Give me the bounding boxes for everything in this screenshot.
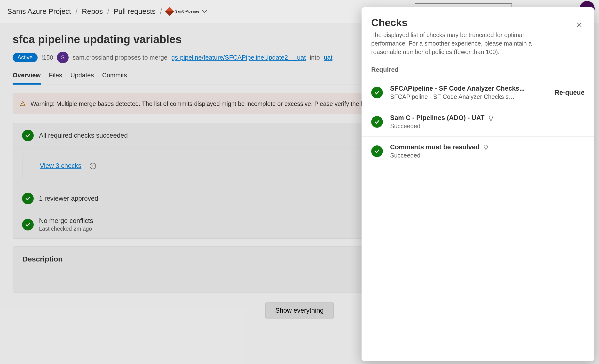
- close-button[interactable]: [574, 19, 584, 31]
- close-icon: [576, 21, 582, 28]
- check-title: Comments must be resolved: [390, 143, 584, 151]
- lightbulb-icon: [488, 115, 494, 121]
- success-icon: [371, 145, 383, 157]
- success-icon: [371, 87, 383, 98]
- panel-description: The displayed list of checks may be trun…: [361, 31, 551, 56]
- requeue-button[interactable]: Re-queue: [555, 89, 584, 97]
- panel-title: Checks: [371, 17, 407, 29]
- success-icon: [371, 116, 383, 128]
- check-item[interactable]: Sam C - Pipelines (ADO) - UATSucceeded: [361, 107, 594, 137]
- check-title: Sam C - Pipelines (ADO) - UAT: [390, 114, 584, 122]
- check-subtitle: SFCAPipeline - SF Code Analyzer Checks s…: [390, 93, 547, 100]
- check-subtitle: Succeeded: [390, 152, 584, 159]
- check-title: SFCAPipeline - SF Code Analyzer Checks..…: [390, 85, 547, 92]
- check-subtitle: Succeeded: [390, 123, 584, 130]
- checks-panel: Checks The displayed list of checks may …: [361, 7, 594, 361]
- checks-list: SFCAPipeline - SF Code Analyzer Checks..…: [361, 78, 594, 166]
- required-label: Required: [361, 66, 594, 78]
- check-item[interactable]: SFCAPipeline - SF Code Analyzer Checks..…: [361, 78, 594, 107]
- check-item[interactable]: Comments must be resolvedSucceeded: [361, 137, 594, 166]
- lightbulb-icon: [483, 144, 489, 150]
